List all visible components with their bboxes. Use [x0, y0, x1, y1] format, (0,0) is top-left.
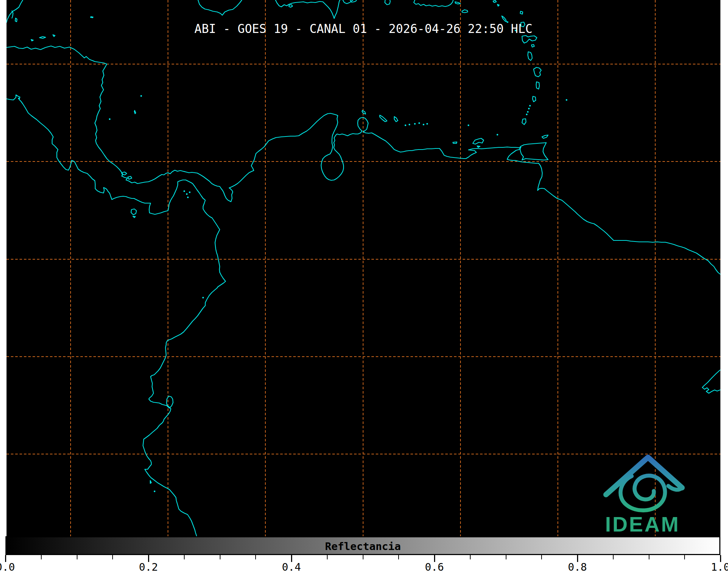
- map-title: ABI - GOES 19 - CANAL 01 - 2026-04-26 22…: [7, 22, 720, 36]
- colorbar-tick: [77, 555, 77, 559]
- colorbar-tick: [398, 555, 399, 559]
- colorbar-tick: [649, 555, 649, 559]
- colorbar-tick: [41, 555, 42, 559]
- colorbar-tick: [327, 555, 328, 559]
- colorbar-tick-label: 0.4: [277, 561, 306, 571]
- colorbar-tick: [684, 555, 685, 559]
- colorbar-tick: [184, 555, 185, 559]
- colorbar-tick: [363, 555, 363, 559]
- colorbar-tick: [541, 555, 542, 559]
- colorbar-tick-label: 0.2: [134, 561, 163, 571]
- colorbar-tick: [470, 555, 471, 559]
- colorbar-tick: [255, 555, 256, 559]
- colorbar-tick: [220, 555, 220, 559]
- colorbar-tick: [112, 555, 113, 559]
- colorbar-tick-label: 0.0: [0, 561, 20, 571]
- graticule-gridlines: [7, 0, 720, 536]
- colorbar-tick: [613, 555, 614, 559]
- ideam-logo: IDEAM: [605, 457, 682, 536]
- colorbar-tick-label: 1.0: [706, 561, 728, 571]
- ideam-spiral-icon: [620, 476, 665, 511]
- map-svg: IDEAM: [0, 0, 728, 571]
- colorbar-tick-label: 0.8: [563, 561, 592, 571]
- colorbar-tick: [506, 555, 506, 559]
- figure-canvas: IDEAM ABI - GOES 19 - CANAL 01 - 2026-04…: [0, 0, 728, 571]
- ideam-logo-text: IDEAM: [605, 512, 680, 536]
- colorbar-label: Reflectancia: [5, 540, 720, 553]
- colorbar-tick-label: 0.6: [420, 561, 449, 571]
